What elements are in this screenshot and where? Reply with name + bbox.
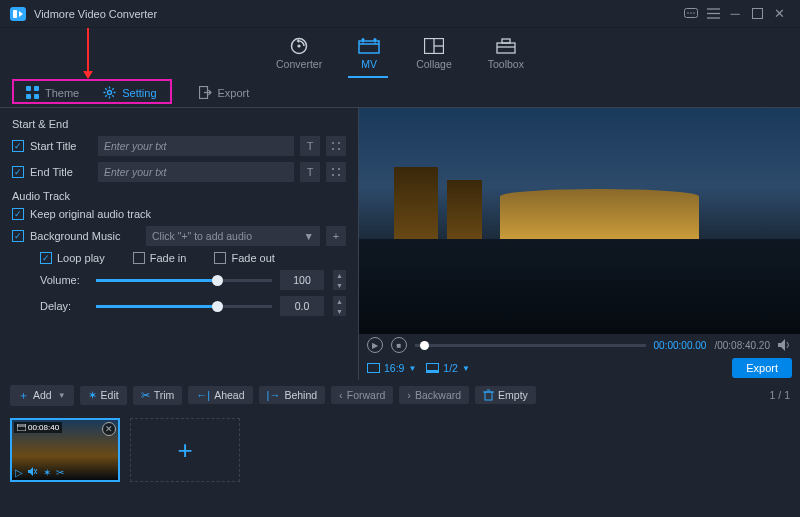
toolbox-icon	[495, 37, 517, 55]
label-delay: Delay:	[40, 300, 88, 312]
backward-button[interactable]: ›Backward	[399, 386, 469, 404]
gear-icon	[103, 86, 116, 99]
text-style-button[interactable]: T	[300, 136, 320, 156]
maximize-button[interactable]	[746, 3, 768, 25]
checkbox-start-title[interactable]: ✓	[12, 140, 24, 152]
empty-button[interactable]: Empty	[475, 386, 536, 404]
play-button[interactable]: ▶	[367, 337, 383, 353]
svg-marker-38	[778, 339, 785, 351]
section-start-end: Start & End	[12, 118, 346, 130]
svg-point-36	[332, 174, 334, 176]
aspect-ratio-select[interactable]: 16:9 ▼	[367, 362, 416, 374]
clip-edit-icon[interactable]: ✶	[43, 467, 51, 478]
clip-trim-icon[interactable]: ✂	[56, 467, 64, 478]
move-behind-icon: |→	[267, 389, 281, 401]
svg-rect-45	[17, 424, 26, 431]
text-options-button[interactable]	[326, 162, 346, 182]
volume-icon[interactable]	[778, 339, 792, 351]
behind-button[interactable]: |→Behind	[259, 386, 326, 404]
chevron-down-icon: ▼	[304, 230, 314, 242]
svg-point-37	[338, 174, 340, 176]
option-fadeout[interactable]: Fade out	[214, 252, 274, 264]
remove-clip-button[interactable]: ✕	[102, 422, 116, 436]
preview-options: 16:9 ▼ 1/2 ▼ Export	[359, 356, 800, 380]
nav-collage[interactable]: Collage	[416, 37, 452, 70]
feedback-icon[interactable]	[680, 3, 702, 25]
clip-toolbar: ＋Add▼ ✶Edit ✂Trim ←|Ahead |→Behind ‹Forw…	[0, 380, 800, 410]
row-keep-audio: ✓ Keep original audio track	[12, 208, 346, 220]
svg-point-10	[297, 44, 300, 47]
text-style-button[interactable]: T	[300, 162, 320, 182]
slider-volume[interactable]	[96, 279, 272, 282]
label-bgm: Background Music	[30, 230, 140, 242]
slider-delay[interactable]	[96, 305, 272, 308]
option-fadein[interactable]: Fade in	[133, 252, 187, 264]
svg-rect-24	[34, 86, 39, 91]
video-preview[interactable]	[359, 108, 800, 334]
clip-play-icon[interactable]: ▷	[15, 467, 23, 478]
trash-icon	[483, 389, 494, 401]
seek-bar[interactable]	[415, 344, 646, 347]
time-current: 00:00:00.00	[654, 340, 707, 351]
svg-point-30	[332, 142, 334, 144]
chevron-down-icon: ▼	[408, 364, 416, 373]
sub-tabs: Theme Setting Export	[0, 78, 800, 108]
spinner-volume[interactable]: ▲▼	[332, 270, 346, 290]
forward-button[interactable]: ‹Forward	[331, 386, 393, 404]
trim-button[interactable]: ✂Trim	[133, 386, 183, 405]
clip-duration-badge: 00:08:40	[14, 422, 62, 433]
svg-point-32	[332, 148, 334, 150]
input-end-title[interactable]	[98, 162, 294, 182]
tab-export[interactable]: Export	[187, 80, 262, 106]
clip-mute-icon[interactable]	[28, 467, 38, 478]
tab-setting[interactable]: Setting	[91, 80, 168, 106]
svg-marker-47	[28, 467, 33, 476]
plus-icon: ＋	[18, 388, 29, 403]
svg-rect-7	[752, 9, 762, 19]
add-button[interactable]: ＋Add▼	[10, 385, 74, 406]
time-total: /00:08:40.20	[714, 340, 770, 351]
option-loop[interactable]: ✓Loop play	[40, 252, 105, 264]
minimize-button[interactable]: ─	[724, 3, 746, 25]
text-options-button[interactable]	[326, 136, 346, 156]
value-volume[interactable]: 100	[280, 270, 324, 290]
nav-toolbox[interactable]: Toolbox	[488, 37, 524, 70]
nav-mv[interactable]: MV	[358, 37, 380, 70]
screen-page-select[interactable]: 1/2 ▼	[426, 362, 470, 374]
mv-icon	[358, 37, 380, 55]
spinner-delay[interactable]: ▲▼	[332, 296, 346, 316]
playback-controls: ▶ ■ 00:00:00.00/00:08:40.20	[359, 334, 800, 356]
svg-point-3	[693, 12, 695, 14]
export-button[interactable]: Export	[732, 358, 792, 378]
svg-rect-11	[359, 41, 379, 53]
row-playback-options: ✓Loop play Fade in Fade out	[12, 252, 346, 264]
stop-button[interactable]: ■	[391, 337, 407, 353]
settings-panel: Start & End ✓ Start Title T ✓ End Title …	[0, 108, 358, 380]
ahead-button[interactable]: ←|Ahead	[188, 386, 252, 404]
svg-point-31	[338, 142, 340, 144]
row-end-title: ✓ End Title T	[12, 162, 346, 182]
svg-rect-23	[26, 86, 31, 91]
value-delay[interactable]: 0.0	[280, 296, 324, 316]
edit-button[interactable]: ✶Edit	[80, 386, 127, 405]
checkbox-end-title[interactable]: ✓	[12, 166, 24, 178]
svg-rect-25	[26, 94, 31, 99]
checkbox-bgm[interactable]: ✓	[12, 230, 24, 242]
tab-theme[interactable]: Theme	[14, 80, 91, 106]
theme-icon	[26, 86, 39, 99]
add-audio-button[interactable]: +	[326, 226, 346, 246]
collage-icon	[423, 37, 445, 55]
close-button[interactable]: ✕	[768, 3, 790, 25]
clip-thumbnail[interactable]: 00:08:40 ✕ ▷ ✶ ✂	[10, 418, 120, 482]
backward-icon: ›	[407, 389, 411, 401]
svg-rect-42	[485, 392, 492, 400]
menu-icon[interactable]	[702, 3, 724, 25]
svg-point-33	[338, 148, 340, 150]
add-clip-placeholder[interactable]: +	[130, 418, 240, 482]
select-bgm[interactable]: Click "+" to add audio ▼	[146, 226, 320, 246]
row-bgm: ✓ Background Music Click "+" to add audi…	[12, 226, 346, 246]
checkbox-keep-audio[interactable]: ✓	[12, 208, 24, 220]
nav-converter[interactable]: Converter	[276, 37, 322, 70]
input-start-title[interactable]	[98, 136, 294, 156]
svg-point-1	[687, 12, 689, 14]
